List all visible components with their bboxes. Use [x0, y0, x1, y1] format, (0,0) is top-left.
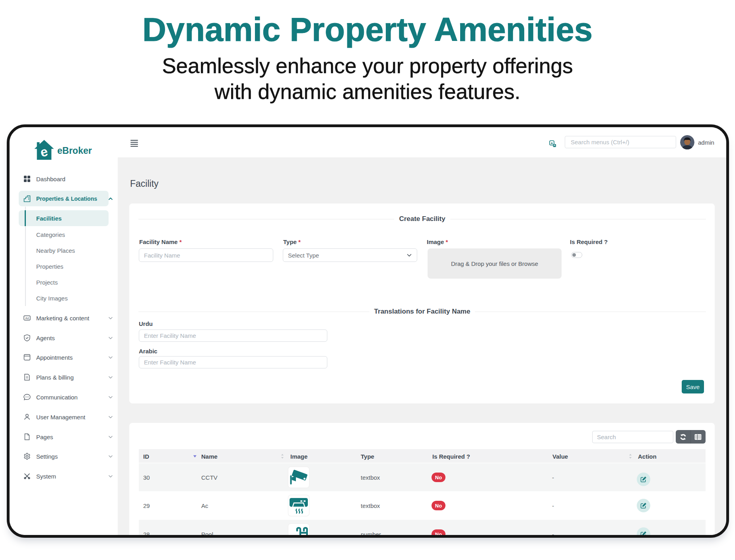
svg-text:Ad: Ad: [25, 316, 29, 320]
svg-text:A: A: [551, 141, 553, 145]
